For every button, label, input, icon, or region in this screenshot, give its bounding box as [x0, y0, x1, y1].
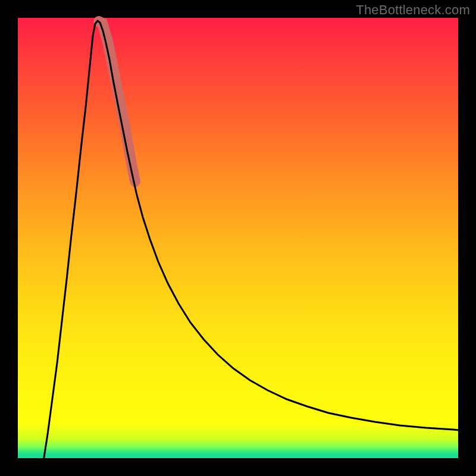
black-curve: [43, 21, 459, 461]
chart-svg: [18, 18, 458, 458]
chart-container: TheBottleneck.com: [0, 0, 476, 476]
plot-area: [18, 18, 458, 458]
watermark-text: TheBottleneck.com: [356, 2, 470, 18]
